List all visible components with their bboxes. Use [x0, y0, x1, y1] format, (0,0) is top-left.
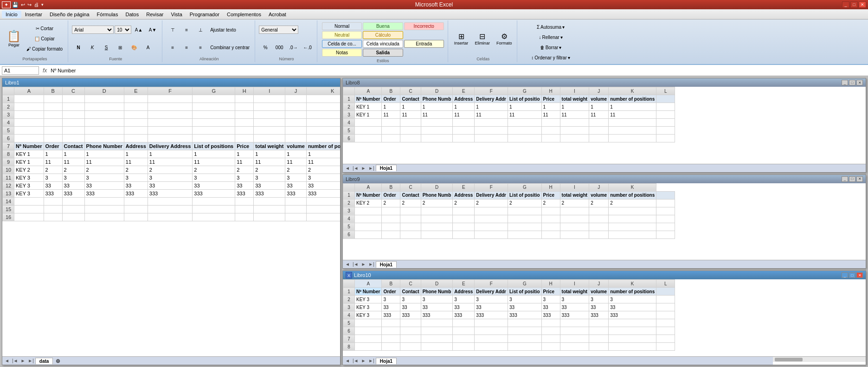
cell[interactable] [656, 223, 675, 231]
libro10-minimize[interactable]: _ [842, 272, 848, 278]
insert-cells-button[interactable]: ⊞ Insertar [452, 26, 471, 52]
menu-vista[interactable]: Vista [167, 11, 186, 18]
cell[interactable]: 333 [44, 190, 62, 198]
style-entrada-button[interactable]: Entrada [404, 40, 444, 48]
cell[interactable] [254, 135, 285, 142]
cell[interactable] [235, 103, 254, 111]
cell[interactable] [306, 213, 340, 221]
cell[interactable]: volume [589, 288, 609, 296]
cell[interactable]: 333 [453, 311, 475, 319]
cell[interactable] [475, 215, 508, 223]
cell[interactable] [62, 198, 84, 206]
cell[interactable] [560, 335, 589, 343]
cell[interactable]: 33 [400, 303, 421, 311]
row-header-10[interactable]: 10 [3, 166, 14, 174]
cell[interactable]: 3 [306, 174, 340, 182]
cell[interactable] [254, 103, 285, 111]
cell[interactable] [254, 127, 285, 135]
cell[interactable] [656, 127, 675, 135]
row-header-6[interactable]: 6 [3, 135, 14, 142]
cell[interactable] [124, 127, 148, 135]
libro8-sheet-area[interactable]: A B C D E F G H I J K L [343, 87, 866, 164]
cell[interactable] [475, 223, 508, 231]
cell[interactable]: 1 [382, 103, 400, 111]
cell[interactable]: 1 [541, 103, 560, 111]
cell[interactable] [148, 119, 192, 127]
cell[interactable] [400, 215, 421, 223]
cell[interactable]: List of positions [193, 142, 235, 150]
cell[interactable]: 33 [148, 182, 192, 190]
cell[interactable]: 11 [124, 158, 148, 166]
cell[interactable]: volume [589, 191, 609, 199]
cell[interactable] [124, 95, 148, 103]
cell[interactable] [475, 119, 508, 127]
cell[interactable] [44, 111, 62, 119]
cell[interactable] [453, 319, 475, 327]
row-header-2[interactable]: 2 [343, 296, 355, 303]
align-left-button[interactable]: ≡ [166, 43, 179, 52]
menu-acrobat[interactable]: Acrobat [265, 11, 290, 18]
cell[interactable] [421, 119, 453, 127]
cell[interactable] [475, 135, 508, 142]
cell[interactable] [508, 335, 542, 343]
cell[interactable] [560, 135, 589, 142]
style-salida-button[interactable]: Salida [363, 49, 403, 57]
cell[interactable]: 333 [560, 311, 589, 319]
libro9-close[interactable]: ✕ [856, 176, 863, 182]
cell[interactable] [475, 319, 508, 327]
row-header-2[interactable]: 2 [343, 199, 355, 207]
cell[interactable]: total weight [560, 288, 589, 296]
sheet-tab-data[interactable]: data [35, 358, 53, 364]
libro10-scrollbar[interactable] [773, 356, 866, 362]
cell[interactable]: 3 [453, 296, 475, 303]
cell[interactable]: 33 [609, 303, 656, 311]
cell[interactable]: Phone Numb [421, 288, 453, 296]
cell[interactable] [508, 319, 542, 327]
cell[interactable] [589, 135, 609, 142]
style-celda-vinculada-button[interactable]: Celda vinculada [363, 40, 403, 48]
cell[interactable]: 33 [541, 303, 560, 311]
cell[interactable] [193, 103, 235, 111]
cell[interactable]: KEY 1 [14, 158, 44, 166]
cell[interactable]: Order [382, 191, 400, 199]
cell[interactable] [382, 127, 400, 135]
row-header-12[interactable]: 12 [3, 182, 14, 190]
cell[interactable]: 333 [475, 311, 508, 319]
cell[interactable]: 1 [560, 103, 589, 111]
row-header-1[interactable]: 1 [3, 95, 14, 103]
row-header-1[interactable]: 1 [343, 191, 355, 199]
row-header-2[interactable]: 2 [3, 103, 14, 111]
style-calculo-button[interactable]: Cálculo [363, 31, 403, 39]
libro8-col-A[interactable]: A [355, 87, 382, 95]
col-header-C[interactable]: C [62, 87, 84, 95]
cell[interactable]: 33 [254, 182, 285, 190]
cell[interactable] [193, 111, 235, 119]
cell[interactable] [254, 206, 285, 213]
align-right-button[interactable]: ≡ [194, 43, 207, 52]
cell[interactable] [421, 207, 453, 215]
cell[interactable] [656, 311, 675, 319]
increase-font-button[interactable]: A▲ [132, 25, 145, 34]
cell[interactable] [306, 119, 340, 127]
cell[interactable] [14, 111, 44, 119]
cell[interactable] [453, 223, 475, 231]
libro8-col-G[interactable]: G [508, 87, 542, 95]
cell[interactable] [560, 327, 589, 335]
align-center-button[interactable]: ≡ [180, 43, 193, 52]
cell[interactable]: 11 [235, 158, 254, 166]
cell[interactable] [355, 335, 382, 343]
cell[interactable] [453, 343, 475, 351]
cell[interactable] [62, 103, 84, 111]
cell[interactable]: List of positio [508, 95, 542, 103]
cell[interactable] [382, 215, 400, 223]
cell[interactable] [235, 213, 254, 221]
cell[interactable] [609, 327, 656, 335]
cell[interactable] [589, 335, 609, 343]
bold-button[interactable]: N [72, 43, 85, 52]
cell[interactable] [355, 223, 382, 231]
cell[interactable] [84, 206, 124, 213]
cell[interactable]: 1 [254, 150, 285, 158]
tab-prev[interactable]: ◄ [3, 358, 11, 363]
cell[interactable]: 1 [124, 150, 148, 158]
cell[interactable]: 33 [589, 303, 609, 311]
